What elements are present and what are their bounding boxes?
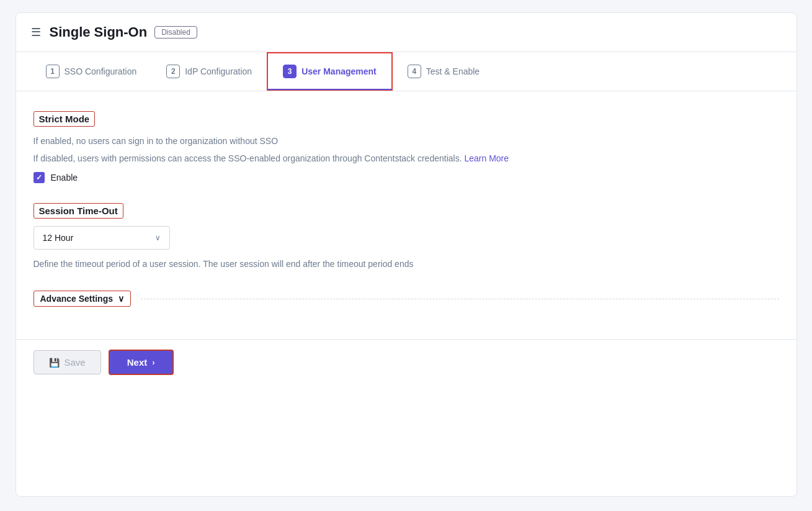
advance-settings-chevron-icon: ∨: [118, 294, 124, 304]
content-area: Strict Mode If enabled, no users can sig…: [16, 91, 796, 339]
page-title: Single Sign-On: [50, 24, 148, 40]
hamburger-icon[interactable]: ☰: [31, 25, 41, 39]
advance-settings-row: Advance Settings ∨: [33, 291, 779, 307]
strict-mode-section: Strict Mode If enabled, no users can sig…: [33, 111, 779, 183]
tab-number-4: 4: [408, 65, 421, 78]
next-button[interactable]: Next ›: [109, 350, 174, 375]
main-container: ☰ Single Sign-On Disabled 1 SSO Configur…: [16, 12, 797, 497]
status-badge: Disabled: [154, 26, 197, 38]
chevron-down-icon: ∨: [155, 233, 161, 242]
tab-label-idp: IdP Configuration: [185, 66, 252, 76]
header: ☰ Single Sign-On Disabled: [16, 13, 796, 52]
enable-checkbox[interactable]: ✓: [33, 172, 45, 183]
tab-label-test: Test & Enable: [426, 66, 480, 76]
session-timeout-desc: Define the timeout period of a user sess…: [33, 257, 779, 271]
strict-mode-title: Strict Mode: [33, 111, 96, 127]
enable-checkbox-row: ✓ Enable: [33, 172, 779, 183]
tab-number-3: 3: [283, 65, 297, 78]
checkmark-icon: ✓: [36, 173, 42, 182]
tab-test-enable[interactable]: 4 Test & Enable: [393, 53, 494, 89]
enable-label: Enable: [51, 173, 78, 183]
tab-user-mgmt[interactable]: 3 User Management: [267, 52, 393, 91]
footer-actions: 💾 Save Next ›: [16, 339, 796, 385]
save-button[interactable]: 💾 Save: [33, 350, 101, 374]
session-timeout-title: Session Time-Out: [33, 203, 123, 219]
strict-mode-desc2: If disabled, users with permissions can …: [33, 151, 779, 165]
tab-idp-config[interactable]: 2 IdP Configuration: [151, 53, 267, 89]
tab-label-sso: SSO Configuration: [65, 66, 137, 76]
strict-mode-desc1: If enabled, no users can sign in to the …: [33, 134, 779, 148]
chevron-right-icon: ›: [152, 358, 154, 367]
tab-sso-config[interactable]: 1 SSO Configuration: [31, 53, 152, 89]
advance-settings-button[interactable]: Advance Settings ∨: [33, 291, 131, 307]
save-label: Save: [65, 357, 86, 368]
dashed-divider: [141, 299, 779, 299]
save-icon: 💾: [49, 358, 60, 368]
learn-more-link[interactable]: Learn More: [464, 153, 509, 163]
tabs-bar: 1 SSO Configuration 2 IdP Configuration …: [16, 52, 796, 91]
tab-number-1: 1: [46, 65, 60, 78]
next-label: Next: [127, 357, 148, 368]
tab-number-2: 2: [166, 65, 180, 78]
dropdown-value: 12 Hour: [43, 233, 74, 243]
advance-settings-label: Advance Settings: [40, 294, 113, 304]
session-timeout-dropdown[interactable]: 12 Hour ∨: [33, 226, 170, 250]
tab-label-user: User Management: [301, 66, 377, 76]
session-timeout-section: Session Time-Out 12 Hour ∨ Define the ti…: [33, 203, 779, 271]
